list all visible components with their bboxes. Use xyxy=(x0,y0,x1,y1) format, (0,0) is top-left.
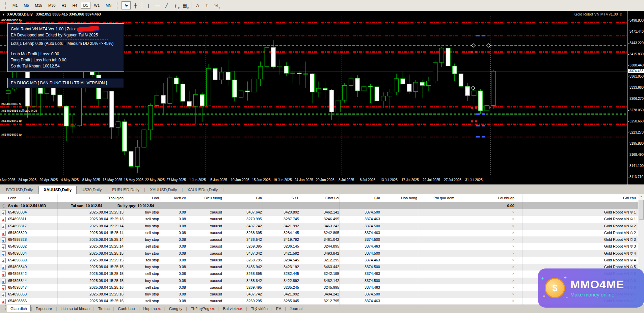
close-order-button[interactable]: × xyxy=(512,210,514,214)
order-cell-profit[interactable]: × xyxy=(455,265,514,269)
order-cell-profit[interactable]: × xyxy=(455,258,514,262)
timeframe-m5-button[interactable]: M5 xyxy=(21,2,31,9)
order-row-654898832[interactable]: 6548988322025.08.04 15:25:14sell stop0.0… xyxy=(0,243,638,250)
order-row-654898834[interactable]: 6548988342025.08.04 15:25:15buy stop0.08… xyxy=(0,250,638,257)
terminal-tab-tin-tuc[interactable]: Tin tuc xyxy=(95,306,113,311)
close-order-button[interactable]: × xyxy=(512,285,514,289)
fibonacci-icon[interactable]: ƒE xyxy=(171,2,180,9)
terminal-tab-hop-thu[interactable]: Hop thu66 xyxy=(140,306,164,311)
close-order-button[interactable]: × xyxy=(512,251,514,255)
timeframe-mn-button[interactable]: MN xyxy=(103,2,114,9)
order-cell-tp: 3212.295 xyxy=(300,258,339,262)
terminal-tab-journal[interactable]: Journal xyxy=(286,306,306,311)
order-cell-profit[interactable]: × xyxy=(455,272,514,276)
column-header-symbol[interactable]: Bieu tuong xyxy=(187,196,222,200)
column-header-time[interactable]: Thoi gian xyxy=(57,196,124,200)
close-order-button[interactable]: × xyxy=(512,258,514,262)
close-order-button[interactable]: × xyxy=(512,237,514,241)
order-cell-profit[interactable]: × xyxy=(455,224,514,228)
order-cell-profit[interactable]: × xyxy=(455,292,514,296)
terminal-tab-ea[interactable]: EA xyxy=(273,306,285,311)
column-header-sl[interactable]: S / L xyxy=(263,196,299,200)
terminal-tab-th-tr-ng[interactable]: Th? trý?ng130 xyxy=(187,306,218,311)
order-row-654898817[interactable]: 6548988172025.08.04 15:25:14buy stop0.08… xyxy=(0,223,638,230)
order-row-654898820[interactable]: 6548988202025.08.04 15:25:14sell stop0.0… xyxy=(0,230,638,236)
timeframe-h1-button[interactable]: H1 xyxy=(59,2,69,9)
terminal-tab-bai-viet[interactable]: Bai viet2288 xyxy=(220,306,246,311)
close-order-button[interactable]: × xyxy=(512,299,514,303)
close-order-button[interactable]: × xyxy=(512,231,514,235)
toolbar-grip[interactable] xyxy=(5,2,7,9)
toolbar-grip[interactable] xyxy=(117,2,119,9)
terminal-tab-th-vi-n[interactable]: Thý vièòn xyxy=(247,306,271,311)
chevron-down-icon[interactable]: ▼ xyxy=(2,13,5,16)
column-header-profit[interactable]: Loi nhuan xyxy=(455,196,514,200)
order-cell-profit[interactable]: × xyxy=(455,210,514,214)
order-cell-profit[interactable]: × xyxy=(455,279,514,283)
close-order-button[interactable]: × xyxy=(512,224,514,228)
order-row-654898839[interactable]: 6548988392025.08.04 15:25:15sell stop0.0… xyxy=(0,257,638,264)
timeframe-m30-button[interactable]: M30 xyxy=(46,2,58,9)
text-icon[interactable]: A xyxy=(193,2,202,9)
order-cell-id: 654898820 xyxy=(8,231,55,235)
terminal-tab-cong-ty[interactable]: Cong ty xyxy=(166,306,186,311)
terminal-header-row[interactable]: LenhThoi gianLoaiKich coBieu tuongGiaS /… xyxy=(0,194,644,202)
timeframe-d1-button[interactable]: D1 xyxy=(81,2,90,9)
close-order-button[interactable]: × xyxy=(512,244,514,248)
timeframe-m15-button[interactable]: M15 xyxy=(33,2,45,9)
close-order-button[interactable]: × xyxy=(512,292,514,296)
order-cell-profit[interactable]: × xyxy=(455,244,514,248)
order-cell-profit[interactable]: × xyxy=(455,237,514,241)
order-row-654898811[interactable]: 6548988112025.08.04 15:25:13sell stop0.0… xyxy=(0,216,638,223)
timeframe-w1-button[interactable]: W1 xyxy=(92,2,102,9)
column-header-comm[interactable]: Hoa hong xyxy=(381,196,417,200)
column-header-type[interactable]: Loai xyxy=(124,196,159,200)
chart-tab-xauusdm-daily[interactable]: XAUUSDm,Daily xyxy=(183,186,222,194)
chart-tab-btcusd-daily[interactable]: BTCUSD,Daily xyxy=(1,186,37,194)
order-cell-id: 654898840 xyxy=(8,265,55,269)
channels-icon[interactable]: ▦F xyxy=(181,2,189,9)
chart-area[interactable]: ▼ XAUUSD,Daily 3362.052 3385.415 3345.06… xyxy=(0,11,627,184)
column-header-id[interactable]: Lenh xyxy=(8,196,55,200)
close-order-button[interactable]: × xyxy=(512,265,514,269)
close-order-button[interactable]: × xyxy=(512,279,514,283)
close-order-button[interactable]: × xyxy=(512,272,514,276)
column-header-tp[interactable]: Chot Loi xyxy=(300,196,339,200)
chart-tab-xauusd-daily[interactable]: XAUUSD,Daily xyxy=(145,186,182,194)
horizontal-line-icon[interactable]: — xyxy=(153,2,162,9)
cursor-icon[interactable]: ➤ xyxy=(122,1,131,9)
timeframe-h4-button[interactable]: H4 xyxy=(70,2,79,9)
close-order-button[interactable]: × xyxy=(512,217,514,221)
scroll-up-button[interactable]: ▲ xyxy=(638,194,644,200)
order-row-654898804[interactable]: 6548988042025.08.04 15:25:13buy stop0.08… xyxy=(0,209,638,216)
arrows-icon[interactable]: ⇲▾ xyxy=(212,2,220,9)
column-header-swap[interactable]: Phi qua dem xyxy=(418,196,454,200)
column-header-current[interactable]: Gia xyxy=(339,196,380,200)
terminal-tab-giao-dich[interactable]: Giao dich xyxy=(7,305,31,312)
column-header-comment[interactable]: Ghi chu xyxy=(522,196,636,200)
order-cell-time: 2025.08.04 15:25:15 xyxy=(57,279,124,283)
order-row-654898828[interactable]: 6548988282025.08.04 15:25:14buy stop0.08… xyxy=(0,236,638,243)
chart-tab-us30-daily[interactable]: US30,Daily xyxy=(77,186,106,194)
order-cell-profit[interactable]: × xyxy=(455,285,514,289)
vertical-line-icon[interactable]: | xyxy=(144,2,153,9)
chart-tab-eurusd-daily[interactable]: EURUSD,Daily xyxy=(107,186,144,194)
chart-tab-xauusd-daily[interactable]: XAUUSD,Daily xyxy=(38,186,77,194)
terminal-tab-lich-su-tai-khoan[interactable]: Lich su tai khoan xyxy=(57,306,93,311)
order-cell-profit[interactable]: × xyxy=(455,217,514,221)
label-icon[interactable]: T xyxy=(203,2,211,9)
terminal-tab-exposure[interactable]: Exposure xyxy=(32,306,56,311)
order-cell-sl: 3423.192 xyxy=(263,265,299,269)
price-axis[interactable]: 3498.8303471.4403443.2203415.8303388.440… xyxy=(627,11,644,184)
order-cell-profit[interactable]: × xyxy=(455,231,514,235)
column-header-size[interactable]: Kich co xyxy=(160,196,186,200)
order-cell-profit[interactable]: × xyxy=(455,251,514,255)
column-header-price[interactable]: Gia xyxy=(223,196,262,200)
timeframe-m1-button[interactable]: M1 xyxy=(10,2,20,9)
crosshair-icon[interactable]: ┼ xyxy=(131,2,140,9)
panel-grip[interactable] xyxy=(1,305,6,311)
scrollbar-thumb[interactable] xyxy=(639,200,644,220)
terminal-tab-canh-bao[interactable]: Canh bao xyxy=(115,306,138,311)
trendline-icon[interactable]: ╱ xyxy=(162,2,171,9)
order-cell-profit[interactable]: × xyxy=(455,299,514,303)
